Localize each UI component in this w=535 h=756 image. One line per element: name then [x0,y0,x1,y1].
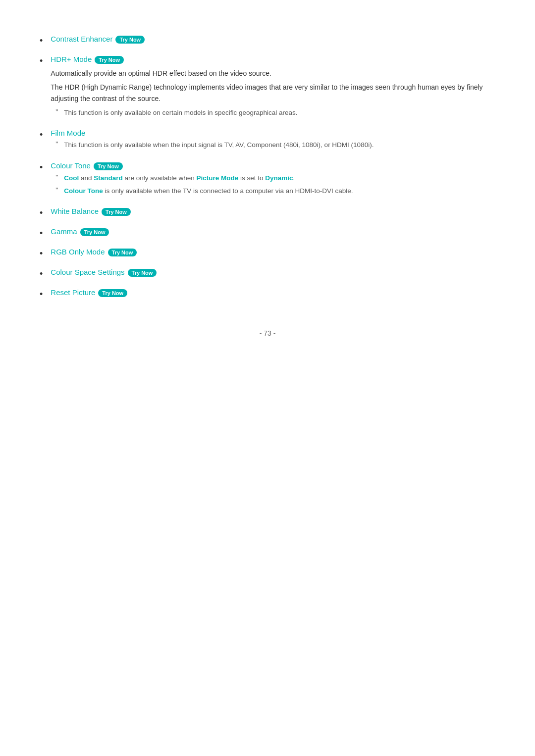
description-block-hdr-plus-mode: Automatically provide an optimal HDR eff… [51,68,495,104]
note-quote-mark: " [55,186,58,194]
list-item-white-balance: •White BalanceTry Now [40,207,495,218]
item-label-film-mode: Film Mode [51,129,85,137]
try-now-badge-hdr-plus-mode[interactable]: Try Now [95,56,124,64]
note-text-film-mode-0: This function is only available when the… [64,140,374,150]
page-number: - 73 - [260,329,276,337]
bullet-dot: • [40,208,43,218]
note-text-colour-tone-1: Colour Tone is only available when the T… [64,186,353,196]
bullet-dot: • [40,249,43,259]
list-item-colour-space-settings: •Colour Space SettingsTry Now [40,268,495,279]
notes-film-mode: "This function is only available when th… [51,140,495,150]
item-label-gamma: Gamma [51,227,77,236]
item-label-row-film-mode: Film Mode [51,129,495,137]
list-item-gamma: •GammaTry Now [40,227,495,239]
page-footer: - 73 - [40,329,495,337]
item-content-rgb-only-mode: RGB Only ModeTry Now [51,248,495,256]
item-content-reset-picture: Reset PictureTry Now [51,288,495,297]
try-now-badge-contrast-enhancer[interactable]: Try Now [115,36,145,44]
bullet-dot: • [40,269,43,279]
bullet-dot: • [40,56,43,66]
description-text-hdr-plus-mode-1: The HDR (High Dynamic Range) technology … [51,82,495,104]
item-content-colour-tone: Colour ToneTry Now"Cool and Standard are… [51,161,495,199]
bullet-dot: • [40,36,43,46]
note-item-colour-tone-0: "Cool and Standard are only available wh… [51,173,495,183]
item-label-row-colour-tone: Colour ToneTry Now [51,161,495,170]
bullet-dot: • [40,130,43,140]
note-text-hdr-plus-mode-0: This function is only available on certa… [64,108,297,118]
item-label-white-balance: White Balance [51,207,99,215]
list-item-film-mode: •Film Mode"This function is only availab… [40,129,495,152]
feature-list: •Contrast EnhancerTry Now•HDR+ ModeTry N… [40,35,495,300]
bullet-dot: • [40,162,43,173]
try-now-badge-colour-tone[interactable]: Try Now [94,162,123,170]
item-label-row-gamma: GammaTry Now [51,227,495,236]
item-label-row-reset-picture: Reset PictureTry Now [51,288,495,297]
main-content: •Contrast EnhancerTry Now•HDR+ ModeTry N… [40,20,495,337]
item-label-contrast-enhancer: Contrast Enhancer [51,35,112,43]
note-quote-mark: " [55,140,58,148]
list-item-rgb-only-mode: •RGB Only ModeTry Now [40,248,495,259]
note-item-film-mode-0: "This function is only available when th… [51,140,495,150]
item-label-row-white-balance: White BalanceTry Now [51,207,495,216]
list-item-reset-picture: •Reset PictureTry Now [40,288,495,300]
note-quote-mark: " [55,173,58,181]
list-item-hdr-plus-mode: •HDR+ ModeTry NowAutomatically provide a… [40,55,495,120]
item-content-white-balance: White BalanceTry Now [51,207,495,216]
try-now-badge-rgb-only-mode[interactable]: Try Now [108,249,137,256]
item-label-rgb-only-mode: RGB Only Mode [51,248,105,256]
item-content-film-mode: Film Mode"This function is only availabl… [51,129,495,152]
note-quote-mark: " [55,108,58,116]
item-label-row-colour-space-settings: Colour Space SettingsTry Now [51,268,495,277]
list-item-contrast-enhancer: •Contrast EnhancerTry Now [40,35,495,46]
list-item-colour-tone: •Colour ToneTry Now"Cool and Standard ar… [40,161,495,199]
notes-hdr-plus-mode: "This function is only available on cert… [51,108,495,118]
note-item-hdr-plus-mode-0: "This function is only available on cert… [51,108,495,118]
item-content-contrast-enhancer: Contrast EnhancerTry Now [51,35,495,44]
item-label-reset-picture: Reset Picture [51,288,95,297]
try-now-badge-white-balance[interactable]: Try Now [102,208,131,216]
item-label-colour-space-settings: Colour Space Settings [51,268,124,276]
item-content-hdr-plus-mode: HDR+ ModeTry NowAutomatically provide an… [51,55,495,120]
note-text-colour-tone-0: Cool and Standard are only available whe… [64,173,295,183]
bullet-dot: • [40,228,43,239]
item-content-gamma: GammaTry Now [51,227,495,236]
item-label-row-rgb-only-mode: RGB Only ModeTry Now [51,248,495,256]
try-now-badge-reset-picture[interactable]: Try Now [98,289,127,297]
item-label-colour-tone: Colour Tone [51,161,91,170]
item-label-row-contrast-enhancer: Contrast EnhancerTry Now [51,35,495,44]
try-now-badge-gamma[interactable]: Try Now [80,228,109,236]
try-now-badge-colour-space-settings[interactable]: Try Now [128,269,157,277]
notes-colour-tone: "Cool and Standard are only available wh… [51,173,495,197]
item-content-colour-space-settings: Colour Space SettingsTry Now [51,268,495,277]
bullet-dot: • [40,289,43,300]
item-label-row-hdr-plus-mode: HDR+ ModeTry Now [51,55,495,64]
note-item-colour-tone-1: "Colour Tone is only available when the … [51,186,495,196]
description-text-hdr-plus-mode-0: Automatically provide an optimal HDR eff… [51,68,495,79]
item-label-hdr-plus-mode: HDR+ Mode [51,55,92,63]
